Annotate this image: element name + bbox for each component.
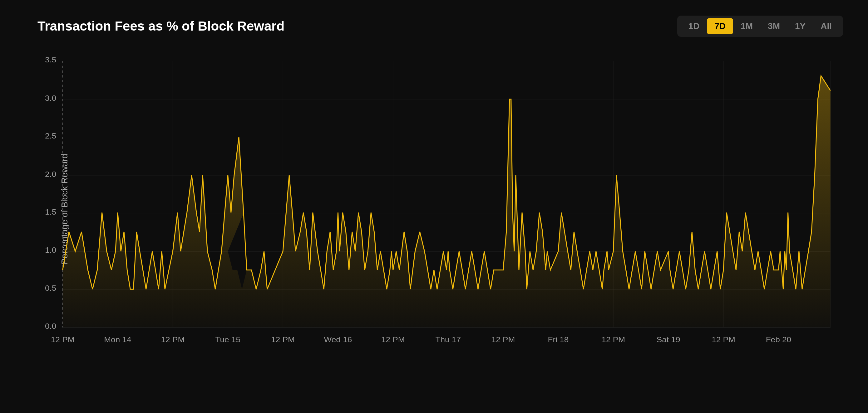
svg-text:0.0: 0.0: [45, 322, 56, 330]
svg-text:12 PM: 12 PM: [712, 335, 735, 344]
svg-text:12 PM: 12 PM: [381, 335, 405, 344]
svg-text:0.5: 0.5: [45, 284, 56, 292]
svg-text:12 PM: 12 PM: [491, 335, 515, 344]
btn-all[interactable]: All: [813, 18, 839, 34]
svg-text:Tue 15: Tue 15: [215, 335, 240, 344]
time-period-selector: 1D 7D 1M 3M 1Y All: [677, 15, 843, 37]
svg-text:Wed 16: Wed 16: [324, 335, 352, 344]
svg-text:2.5: 2.5: [45, 132, 56, 140]
svg-text:2.0: 2.0: [45, 170, 56, 178]
main-chart-svg: 0.0 0.5 1.0 1.5 2.0 2.5 3.0 3.5 12 PM Mo…: [37, 46, 843, 372]
btn-1d[interactable]: 1D: [681, 18, 707, 34]
svg-text:12 PM: 12 PM: [51, 335, 74, 344]
chart-svg-wrapper: 0.0 0.5 1.0 1.5 2.0 2.5 3.0 3.5 12 PM Mo…: [37, 46, 843, 372]
svg-text:3.5: 3.5: [45, 56, 56, 64]
svg-text:3.0: 3.0: [45, 94, 56, 102]
btn-3m[interactable]: 3M: [760, 18, 787, 34]
svg-text:12 PM: 12 PM: [601, 335, 625, 344]
chart-area: Percentage of Block Reward: [37, 46, 843, 372]
svg-text:12 PM: 12 PM: [271, 335, 295, 344]
svg-text:1.5: 1.5: [45, 208, 56, 216]
svg-text:Thu 17: Thu 17: [435, 335, 461, 344]
svg-text:Mon 14: Mon 14: [104, 335, 131, 344]
svg-text:Feb 20: Feb 20: [766, 335, 792, 344]
svg-text:1.0: 1.0: [45, 246, 56, 254]
btn-1m[interactable]: 1M: [733, 18, 760, 34]
svg-text:Fri 18: Fri 18: [548, 335, 568, 344]
svg-text:Sat 19: Sat 19: [657, 335, 680, 344]
btn-1y[interactable]: 1Y: [787, 18, 813, 34]
svg-text:12 PM: 12 PM: [161, 335, 185, 344]
chart-container: Transaction Fees as % of Block Reward 1D…: [0, 0, 868, 413]
btn-7d[interactable]: 7D: [707, 18, 733, 34]
